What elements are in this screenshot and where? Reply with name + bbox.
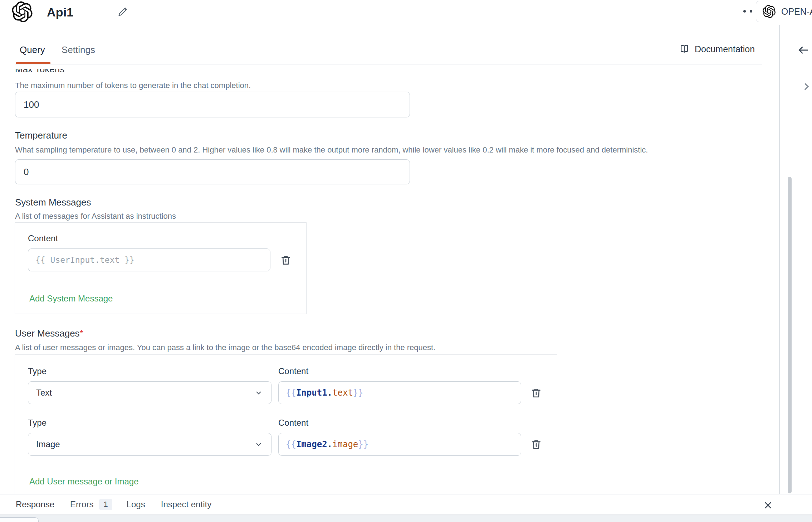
syntax-open: {{ (286, 439, 296, 449)
tab-inspect-entity[interactable]: Inspect entity (161, 499, 211, 509)
trash-icon[interactable] (530, 439, 542, 451)
content-label: Content (278, 418, 308, 428)
system-content-placeholder: {{ UserInput.text }} (35, 255, 134, 265)
errors-count-badge: 1 (99, 499, 112, 510)
arrow-left-icon[interactable] (797, 44, 810, 57)
max-tokens-input[interactable]: 100 (15, 92, 410, 117)
tab-errors-label: Errors (70, 499, 93, 509)
user-messages-group: Type Content Text {{Input1.text}} Type C… (15, 354, 557, 494)
openai-logo-icon (12, 1, 33, 22)
type-label: Type (28, 418, 47, 428)
message-type-select[interactable]: Image (28, 433, 272, 456)
syntax-object: Input1 (296, 388, 327, 398)
tab-response-label: Response (16, 499, 54, 509)
system-messages-description: A list of messages for Assistant as inst… (15, 212, 176, 221)
tab-query[interactable]: Query (20, 44, 45, 55)
tab-settings[interactable]: Settings (62, 44, 95, 55)
tab-errors[interactable]: Errors 1 (70, 499, 112, 510)
chevron-down-icon (254, 440, 263, 449)
syntax-prop: text (332, 388, 353, 398)
trash-icon[interactable] (280, 254, 292, 266)
close-icon[interactable] (763, 500, 773, 511)
content-label: Content (278, 366, 308, 376)
temperature-input[interactable]: 0 (15, 159, 410, 184)
vertical-scrollbar[interactable] (788, 177, 792, 493)
system-messages-group: Content {{ UserInput.text }} Add System … (15, 222, 307, 314)
syntax-dot: . (327, 388, 332, 398)
max-tokens-label: Max Tokens (15, 69, 64, 75)
message-content-input[interactable]: {{Image2.image}} (278, 433, 521, 456)
active-tab-indicator (16, 62, 50, 64)
add-user-message-link[interactable]: Add User message or Image (29, 477, 138, 487)
temperature-label: Temperature (15, 130, 67, 141)
tab-logs[interactable]: Logs (127, 499, 145, 509)
syntax-prop: image (332, 439, 358, 449)
documentation-label: Documentation (695, 44, 755, 54)
user-messages-label-row: User Messages* (15, 328, 83, 339)
syntax-close: }} (358, 439, 368, 449)
required-marker: * (80, 328, 83, 339)
chevron-right-icon[interactable] (801, 81, 812, 92)
system-content-input[interactable]: {{ UserInput.text }} (28, 248, 270, 271)
page-title: Api1 (47, 5, 73, 19)
add-system-message-link[interactable]: Add System Message (29, 294, 113, 304)
datasource-label: OPEN-A (781, 6, 812, 17)
chevron-down-icon (254, 388, 263, 397)
tab-logs-label: Logs (127, 499, 145, 509)
system-content-label: Content (28, 233, 58, 243)
message-type-select[interactable]: Text (28, 381, 272, 404)
message-type-value: Text (36, 388, 52, 398)
tabbar-divider (15, 64, 762, 64)
book-icon (679, 44, 690, 54)
tab-response[interactable]: Response (16, 499, 54, 509)
user-messages-label: User Messages (15, 328, 80, 339)
max-tokens-value: 100 (24, 99, 39, 110)
message-type-value: Image (36, 439, 60, 449)
syntax-open: {{ (286, 388, 296, 398)
documentation-link[interactable]: Documentation (679, 44, 755, 54)
system-messages-label: System Messages (15, 197, 91, 208)
openai-logo-icon (763, 5, 776, 18)
query-editor-window: Api1 OPEN-A Query Settings Documentation… (0, 0, 812, 522)
message-content-input[interactable]: {{Input1.text}} (278, 381, 521, 404)
temperature-value: 0 (24, 166, 29, 178)
right-panel-divider (779, 25, 780, 515)
bottom-panel-bar: Response Errors 1 Logs Inspect entity (0, 494, 812, 515)
syntax-dot: . (327, 439, 332, 449)
temperature-description: What sampling temperature to use, betwee… (15, 145, 763, 155)
trash-icon[interactable] (530, 387, 542, 399)
footer-strip (0, 515, 812, 522)
tab-inspect-entity-label: Inspect entity (161, 499, 211, 509)
datasource-button[interactable]: OPEN-A (756, 1, 812, 22)
max-tokens-description: The maximum number of tokens to generate… (15, 81, 251, 90)
footer-stub-tab[interactable] (0, 517, 39, 522)
syntax-object: Image2 (296, 439, 327, 449)
query-form-scroll-area[interactable]: Max Tokens The maximum number of tokens … (0, 69, 773, 494)
user-messages-description: A list of user messages or images. You c… (15, 343, 435, 352)
type-label: Type (28, 366, 47, 376)
syntax-close: }} (353, 388, 363, 398)
edit-pencil-icon[interactable] (117, 5, 129, 18)
